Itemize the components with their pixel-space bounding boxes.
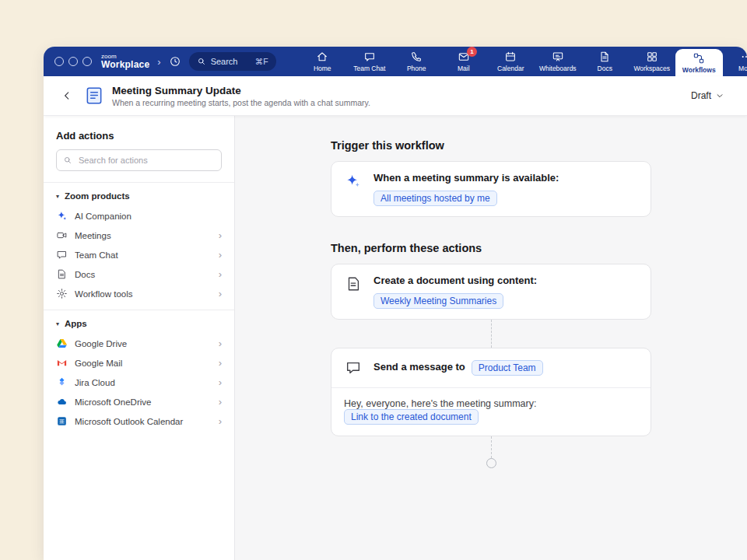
create-document-card[interactable]: Create a document using content: Weekly … (331, 264, 651, 320)
zoom-workplace-logo: zoom Workplace (101, 54, 149, 70)
sidebar-divider (44, 310, 234, 310)
ai-sparkle-icon (344, 172, 363, 191)
chevron-right-icon: › (219, 377, 222, 387)
window-controls[interactable] (54, 57, 92, 66)
nav-item-more[interactable]: More (723, 47, 747, 76)
ai-sparkle-icon (56, 210, 68, 222)
workflow-thumbnail-icon (84, 86, 104, 106)
nav-item-mail[interactable]: 1 Mail (440, 47, 488, 76)
nav-item-workflows[interactable]: Workflows (675, 49, 723, 76)
sidebar-item-meetings[interactable]: Meetings › (44, 226, 234, 245)
outlook-calendar-icon (56, 415, 68, 427)
google-drive-icon (56, 338, 68, 349)
workflow-title: Meeting Summary Update (112, 85, 370, 96)
status-dropdown[interactable]: Draft (685, 86, 730, 105)
team-chat-icon (363, 51, 376, 63)
sidebar-item-ai-companion[interactable]: AI Companion (44, 206, 234, 226)
sidebar-item-docs[interactable]: Docs › (44, 264, 234, 284)
global-search[interactable]: Search ⌘F (189, 52, 276, 71)
chevron-right-icon: › (219, 289, 222, 299)
sidebar-item-team-chat[interactable]: Team Chat › (44, 245, 234, 264)
gear-icon (56, 288, 68, 299)
sidebar-item-google-drive[interactable]: Google Drive › (44, 334, 234, 353)
history-icon[interactable] (167, 54, 183, 69)
message-link-chip[interactable]: Link to the created document (344, 409, 479, 425)
send-message-card[interactable]: Send a message to Product Team Hey, ever… (331, 348, 651, 436)
actions-heading: Then, perform these actions (331, 242, 747, 254)
window-control-maximize[interactable] (82, 57, 92, 66)
caret-down-icon: ▾ (56, 320, 59, 327)
trigger-text: When a meeting summary is available: (374, 172, 559, 185)
actions-search[interactable] (56, 149, 222, 171)
document-content-chip[interactable]: Weekly Meeting Summaries (374, 293, 503, 309)
search-icon (197, 57, 206, 66)
trigger-card[interactable]: When a meeting summary is available: All… (331, 161, 651, 217)
workflow-canvas: Trigger this workflow When a meeting sum… (235, 116, 747, 560)
navbar-left: zoom Workplace › Search ⌘F (44, 47, 277, 76)
window-control-close[interactable] (54, 57, 64, 66)
caret-down-icon: ▾ (56, 193, 59, 200)
top-navbar: zoom Workplace › Search ⌘F Home Team Cha… (44, 47, 747, 76)
sidebar-item-microsoft-onedrive[interactable]: Microsoft OneDrive › (44, 392, 234, 411)
video-camera-icon (56, 229, 68, 241)
workflow-subtitle: When a recurring meeting starts, post th… (112, 98, 370, 107)
chevron-right-icon: › (219, 358, 222, 368)
phone-icon (410, 51, 423, 63)
create-document-text: Create a document using content: (374, 275, 537, 288)
nav-item-home[interactable]: Home (299, 47, 346, 76)
section-apps[interactable]: ▾ Apps (44, 313, 234, 334)
workflow-titles: Meeting Summary Update When a recurring … (112, 85, 370, 107)
sidebar-item-microsoft-outlook-calendar[interactable]: Microsoft Outlook Calendar › (44, 411, 234, 431)
gmail-icon (56, 357, 68, 369)
docs-icon (598, 51, 611, 63)
workflow-header: Meeting Summary Update When a recurring … (44, 76, 747, 116)
nav-item-workspaces[interactable]: Workspaces (629, 47, 676, 76)
workflow-connector (331, 320, 651, 348)
sidebar-heading: Add actions (44, 130, 234, 142)
chevron-right-icon: › (219, 416, 222, 426)
sidebar-item-jira-cloud[interactable]: Jira Cloud › (44, 373, 234, 392)
jira-icon (56, 376, 68, 388)
nav-item-calendar[interactable]: Calendar (487, 47, 535, 76)
sidebar-item-workflow-tools[interactable]: Workflow tools › (44, 284, 234, 303)
chevron-down-icon (716, 92, 724, 100)
chevron-right-icon: › (219, 269, 222, 279)
collapse-chevron-icon[interactable]: › (157, 56, 160, 68)
whiteboards-icon (552, 51, 564, 63)
end-node-circle[interactable] (486, 458, 496, 468)
document-icon (56, 268, 68, 280)
nav-item-docs[interactable]: Docs (581, 47, 629, 76)
home-icon (316, 51, 328, 63)
workflow-end (331, 458, 651, 468)
nav-item-team-chat[interactable]: Team Chat (346, 47, 394, 76)
mail-unread-badge: 1 (467, 47, 477, 57)
search-shortcut: ⌘F (255, 57, 268, 66)
section-zoom-products[interactable]: ▾ Zoom products (44, 186, 234, 206)
message-recipient-chip[interactable]: Product Team (472, 360, 543, 376)
chevron-right-icon: › (219, 250, 222, 260)
workspaces-icon (646, 51, 658, 63)
nav-item-phone[interactable]: Phone (393, 47, 440, 76)
window-control-minimize[interactable] (68, 57, 78, 66)
sidebar-item-google-mail[interactable]: Google Mail › (44, 353, 234, 373)
more-icon (740, 51, 747, 63)
sidebar-divider (44, 182, 234, 183)
document-icon (344, 275, 363, 293)
chevron-right-icon: › (219, 338, 222, 348)
workflow-connector (331, 436, 651, 458)
navbar-tabs: Home Team Chat Phone 1 Mail Calendar (299, 47, 747, 76)
workflows-icon (693, 52, 705, 65)
back-chevron-icon (61, 90, 72, 101)
app-window: zoom Workplace › Search ⌘F Home Team Cha… (44, 47, 747, 560)
calendar-icon (504, 51, 517, 63)
chat-bubble-icon (56, 249, 68, 261)
add-actions-sidebar: Add actions ▾ Zoom products AI Companion (44, 116, 235, 560)
message-bubble-icon (344, 359, 363, 377)
chevron-right-icon: › (219, 230, 222, 240)
search-label: Search (211, 57, 238, 66)
status-label: Draft (691, 90, 711, 101)
nav-item-whiteboards[interactable]: Whiteboards (535, 47, 582, 76)
actions-search-input[interactable] (77, 155, 215, 166)
back-button[interactable] (58, 86, 76, 105)
trigger-scope-chip[interactable]: All meetings hosted by me (374, 191, 497, 206)
